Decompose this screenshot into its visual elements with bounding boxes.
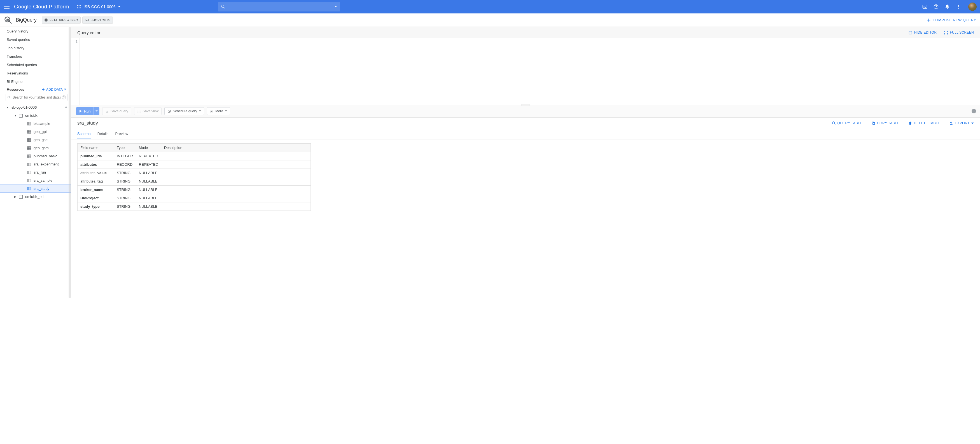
- keyboard-icon: [85, 18, 89, 22]
- more-button[interactable]: More: [207, 107, 230, 115]
- editor-title: Query editor: [77, 30, 100, 35]
- hide-editor-button[interactable]: HIDE EDITOR: [908, 30, 937, 35]
- nav-scheduled-queries[interactable]: Scheduled queries: [0, 60, 71, 69]
- field-mode: NULLABLE: [136, 169, 161, 177]
- resources-label: Resources: [7, 88, 24, 92]
- field-desc: [161, 152, 310, 161]
- svg-rect-24: [85, 19, 89, 21]
- schema-row[interactable]: pubmed_idsINTEGERREPEATED: [78, 152, 311, 161]
- tree-table-biosample[interactable]: biosample: [0, 119, 71, 128]
- copy-table-button[interactable]: COPY TABLE: [871, 121, 899, 125]
- table-label: geo_gse: [33, 138, 48, 142]
- platform-title[interactable]: Google Cloud Platform: [14, 4, 69, 10]
- tab-schema[interactable]: Schema: [77, 129, 91, 139]
- table-label: sra_sample: [33, 178, 52, 183]
- tree-table-geo-gpl[interactable]: geo_gpl: [0, 128, 71, 136]
- tab-preview[interactable]: Preview: [115, 129, 128, 139]
- compose-new-query-button[interactable]: COMPOSE NEW QUERY: [926, 18, 976, 22]
- tree-table-sra-study[interactable]: sra_study: [0, 185, 71, 193]
- tab-details[interactable]: Details: [97, 129, 109, 139]
- nav-bi-engine[interactable]: BI Engine: [0, 77, 71, 86]
- splitter-handle[interactable]: [521, 104, 530, 106]
- more-vert-icon[interactable]: [955, 4, 961, 10]
- svg-line-91: [834, 124, 835, 125]
- table-label: sra_study: [33, 186, 49, 191]
- field-name: tag: [97, 179, 103, 183]
- svg-point-79: [137, 110, 138, 110]
- fullscreen-icon: [944, 30, 948, 35]
- schema-row[interactable]: attributes. valueSTRINGNULLABLE: [78, 169, 311, 177]
- schedule-query-button[interactable]: Schedule query: [164, 107, 204, 115]
- table-label: pubmed_basic: [33, 154, 57, 158]
- expand-arrow-icon[interactable]: ▼: [13, 114, 18, 117]
- help-icon[interactable]: ?: [62, 95, 66, 99]
- field-desc: [161, 161, 310, 169]
- expand-arrow-icon[interactable]: ▼: [6, 106, 10, 109]
- play-icon: [79, 110, 82, 113]
- tree-table-sra-sample[interactable]: sra_sample: [0, 177, 71, 185]
- project-selector[interactable]: ISB-CGC-01-0006: [75, 3, 123, 10]
- run-button[interactable]: Run: [76, 107, 99, 115]
- schema-row[interactable]: attributes. tagSTRINGNULLABLE: [78, 177, 311, 186]
- scrollbar[interactable]: [68, 27, 71, 298]
- features-info-chip[interactable]: FEATURES & INFO: [42, 16, 81, 24]
- search-icon: [7, 96, 11, 99]
- chevron-down-icon: [199, 110, 201, 112]
- svg-rect-55: [27, 154, 31, 158]
- field-name: value: [97, 171, 107, 175]
- field-mode: NULLABLE: [136, 186, 161, 194]
- content: Query editor HIDE EDITOR FULL SCREEN 1: [71, 27, 980, 444]
- field-mode: NULLABLE: [136, 177, 161, 186]
- export-button[interactable]: EXPORT: [949, 121, 974, 125]
- nav-saved-queries[interactable]: Saved queries: [0, 35, 71, 44]
- tree-dataset-omicidx[interactable]: ▼ omicidx: [0, 111, 71, 119]
- tree-table-geo-gse[interactable]: geo_gse: [0, 136, 71, 144]
- schema-row[interactable]: broker_nameSTRINGNULLABLE: [78, 186, 311, 194]
- tree-table-pubmed-basic[interactable]: pubmed_basic: [0, 152, 71, 160]
- tree-table-sra-experiment[interactable]: sra_experiment: [0, 160, 71, 168]
- delete-table-button[interactable]: DELETE TABLE: [908, 121, 940, 125]
- notifications-icon[interactable]: [944, 4, 950, 10]
- project-label: isb-cgc-01-0006: [11, 105, 37, 110]
- code-editor[interactable]: 1: [71, 38, 980, 105]
- header-search[interactable]: [218, 2, 340, 11]
- user-avatar[interactable]: [968, 3, 977, 11]
- query-table-button[interactable]: QUERY TABLE: [832, 121, 862, 125]
- table-label: biosample: [33, 121, 50, 126]
- schema-row[interactable]: attributesRECORDREPEATED: [78, 161, 311, 169]
- nav-reservations[interactable]: Reservations: [0, 69, 71, 77]
- nav-job-history[interactable]: Job history: [0, 44, 71, 52]
- table-tabs: Schema Details Preview: [71, 129, 980, 139]
- download-icon: [105, 110, 109, 113]
- fullscreen-button[interactable]: FULL SCREEN: [944, 30, 974, 35]
- tree-table-sra-run[interactable]: sra_run: [0, 168, 71, 177]
- schema-row[interactable]: study_typeSTRINGNULLABLE: [78, 202, 311, 211]
- table-label: geo_gpl: [33, 130, 46, 134]
- shortcuts-chip[interactable]: SHORTCUTS: [82, 16, 113, 24]
- add-data-button[interactable]: ADD DATA: [41, 88, 66, 92]
- svg-rect-33: [42, 89, 45, 90]
- svg-rect-1: [4, 6, 10, 7]
- delete-table-label: DELETE TABLE: [914, 121, 940, 125]
- svg-rect-63: [27, 171, 31, 174]
- clock-icon: [167, 110, 171, 113]
- resources-header: Resources ADD DATA: [0, 86, 71, 93]
- expand-arrow-icon[interactable]: ▶: [13, 195, 18, 198]
- resource-search-input[interactable]: [6, 94, 67, 101]
- run-dropdown[interactable]: [94, 107, 99, 115]
- pin-icon[interactable]: [64, 105, 68, 110]
- help-icon[interactable]: [933, 4, 939, 10]
- table-header: sra_study QUERY TABLE COPY TABLE DELETE …: [71, 118, 980, 127]
- hamburger-icon[interactable]: [3, 3, 10, 10]
- field-name: study_type: [80, 204, 100, 208]
- schema-row[interactable]: BioProjectSTRINGNULLABLE: [78, 194, 311, 202]
- tree-dataset-omicidx-etl[interactable]: ▶ omicidx_etl: [0, 193, 71, 201]
- cloud-shell-icon[interactable]: [922, 4, 928, 10]
- svg-rect-2: [4, 8, 10, 9]
- nav-query-history[interactable]: Query history: [0, 27, 71, 35]
- svg-point-80: [139, 110, 140, 110]
- main-layout: Query history Saved queries Job history …: [0, 27, 980, 444]
- nav-transfers[interactable]: Transfers: [0, 52, 71, 60]
- tree-table-geo-gsm[interactable]: geo_gsm: [0, 144, 71, 152]
- tree-project[interactable]: ▼ isb-cgc-01-0006: [0, 103, 71, 111]
